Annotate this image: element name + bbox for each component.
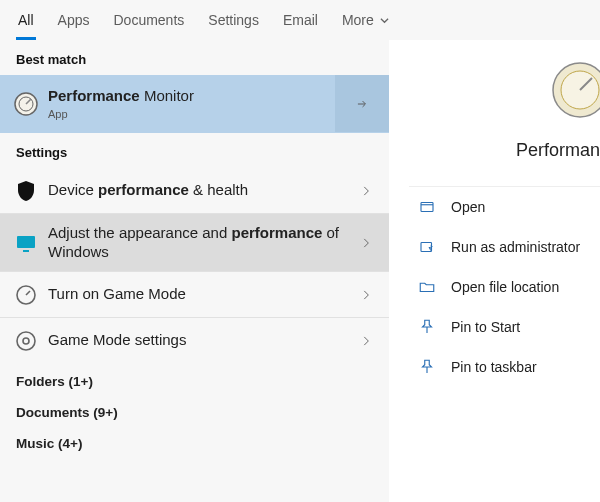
settings-item-device-performance[interactable]: Device performance & health [0,168,389,214]
monitor-icon [14,231,38,255]
chevron-right-icon [343,184,389,198]
best-match-result[interactable]: Performance Monitor App [0,75,389,133]
action-pin-taskbar[interactable]: Pin to taskbar [389,347,600,387]
performance-monitor-icon [14,92,38,116]
chevron-right-icon [343,236,389,250]
action-pin-start[interactable]: Pin to Start [389,307,600,347]
svg-rect-9 [421,203,433,212]
tab-documents[interactable]: Documents [113,6,184,40]
results-pane: Best match Performance Monitor App Setti… [0,40,389,502]
action-label: Pin to taskbar [451,359,537,375]
tab-settings[interactable]: Settings [208,6,259,40]
svg-rect-2 [17,236,35,248]
settings-item-label: Adjust the appearance and performance of… [48,224,343,262]
action-label: Open [451,199,485,215]
preview-pane: Performan Open Run as administrator Open… [389,40,600,502]
chevron-right-icon [343,288,389,302]
gear-icon [14,329,38,353]
best-match-heading: Best match [0,40,389,75]
app-large-icon [552,62,600,118]
action-run-admin[interactable]: Run as administrator [389,227,600,267]
settings-item-game-mode-settings[interactable]: Game Mode settings [0,318,389,364]
tab-all[interactable]: All [18,6,34,40]
tab-more[interactable]: More [342,6,389,40]
filter-tabs: All Apps Documents Settings Email More [0,0,600,40]
pin-icon [417,357,437,377]
best-match-subtitle: App [48,108,329,120]
folders-heading[interactable]: Folders (1+) [0,364,389,395]
chevron-right-icon [343,334,389,348]
svg-rect-3 [23,250,29,252]
folder-icon [417,277,437,297]
tab-apps[interactable]: Apps [58,6,90,40]
action-label: Pin to Start [451,319,520,335]
tab-more-label: More [342,12,374,28]
action-open-location[interactable]: Open file location [389,267,600,307]
settings-item-game-mode-on[interactable]: Turn on Game Mode [0,272,389,318]
expand-arrow-icon[interactable] [335,75,389,132]
chevron-down-icon [380,12,389,28]
best-match-title: Performance Monitor [48,87,329,106]
settings-heading: Settings [0,133,389,168]
pin-icon [417,317,437,337]
settings-item-label: Device performance & health [48,181,343,200]
open-icon [417,197,437,217]
action-open[interactable]: Open [389,187,600,227]
admin-shield-icon [417,237,437,257]
best-match-text: Performance Monitor App [48,87,335,120]
action-label: Run as administrator [451,239,580,255]
svg-point-5 [17,332,35,350]
tab-email[interactable]: Email [283,6,318,40]
settings-item-label: Turn on Game Mode [48,285,343,304]
documents-heading[interactable]: Documents (9+) [0,395,389,426]
music-heading[interactable]: Music (4+) [0,426,389,457]
action-label: Open file location [451,279,559,295]
gauge-icon [14,283,38,307]
settings-item-label: Game Mode settings [48,331,343,350]
shield-icon [14,179,38,203]
svg-point-6 [23,338,29,344]
preview-title: Performan [419,140,600,161]
settings-item-adjust-appearance[interactable]: Adjust the appearance and performance of… [0,214,389,272]
